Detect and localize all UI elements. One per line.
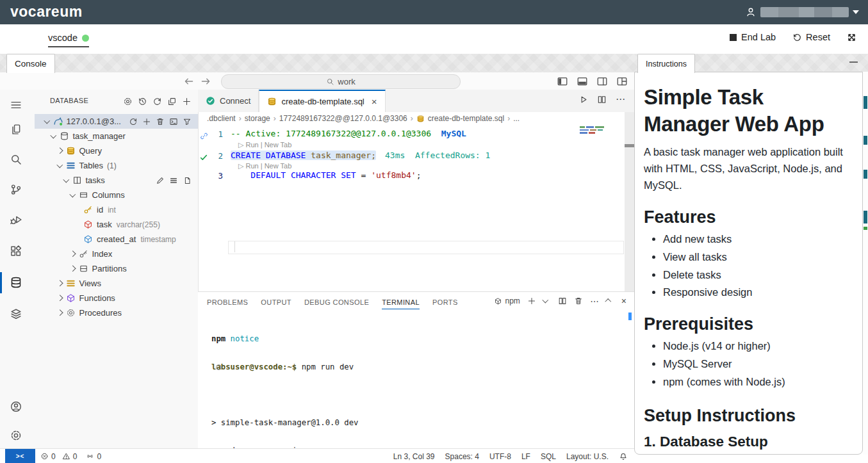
keyboard-layout-status[interactable]: Layout: U.S. [566,452,609,461]
notifications-button[interactable] [619,451,628,461]
breadcrumb-item[interactable]: 1772489167322@@127.0.0.1@3306 [279,114,407,123]
customize-layout-button[interactable] [616,75,628,87]
breadcrumb-item[interactable]: storage [245,114,270,123]
maximize-panel-button[interactable] [605,299,611,305]
close-panel-button[interactable]: × [621,296,626,306]
tree-item-column-id[interactable]: id int [35,202,198,217]
more-actions-button[interactable]: ⋯ [616,93,625,105]
split-terminal-button[interactable] [558,296,567,306]
tree-item-tables[interactable]: Tables (1) [35,158,198,173]
tree-item-procedures[interactable]: Procedures [35,305,198,320]
toggle-secondary-sidebar-button[interactable] [596,75,608,87]
toggle-sidebar-button[interactable] [557,75,568,87]
connection-refresh-button[interactable] [129,117,138,127]
terminal-scrollbar-handle[interactable] [628,313,632,320]
layers-extension-button[interactable] [10,307,22,320]
table-rows-button[interactable] [169,175,178,186]
explorer-button[interactable] [10,123,22,136]
connection-filter-button[interactable] [183,117,192,127]
split-editor-button[interactable] [597,93,607,105]
accounts-button[interactable] [10,400,22,413]
reset-button[interactable]: Reset [792,32,830,42]
tab-terminal[interactable]: TERMINAL [382,298,420,309]
terminal-output[interactable]: npm notice labsuser@vscode:~$ npm run de… [211,316,557,463]
panel-more-button[interactable]: ⋯ [590,296,599,306]
table-newquery-button[interactable] [183,175,192,186]
run-debug-button[interactable] [10,213,22,226]
db-add-connection-button[interactable] [182,95,192,107]
console-tab[interactable]: Console [6,54,55,73]
editor-scrollbar-handle[interactable] [625,144,634,147]
source-control-button[interactable] [10,183,22,196]
code-line-2[interactable]: CREATE DATABASE task_manager;43ms Affect… [231,150,490,160]
tree-item-index[interactable]: Index [35,247,198,261]
tab-output[interactable]: OUTPUT [261,298,291,306]
instructions-tab[interactable]: Instructions [637,54,695,73]
connect-tab[interactable]: Connect [198,90,259,112]
db-history-button[interactable] [138,95,147,107]
tree-item-connection[interactable]: 127.0.0.1@3... [35,114,198,129]
problems-status[interactable]: 0 0 [40,452,77,461]
search-view-button[interactable] [10,153,22,166]
extensions-button[interactable] [10,245,22,257]
tree-item-column-created-at[interactable]: created_at timestamp [35,232,198,247]
navigate-back-button[interactable] [183,75,195,87]
language-status[interactable]: SQL [541,452,556,461]
prerequisites-list: Node.js (v14 or higher) MySQL Server npm… [644,338,852,389]
tree-item-views[interactable]: Views [35,276,198,291]
instructions-scrollbar[interactable] [863,72,868,455]
file-tab-create-db-template[interactable]: create-db-template.sql × [259,90,385,112]
terminal-profile-dropdown[interactable] [542,296,548,302]
tab-ports[interactable]: PORTS [432,298,458,306]
tree-item-functions[interactable]: Functions [35,291,198,305]
fullscreen-button[interactable] [847,33,856,42]
navigate-forward-button[interactable] [200,75,211,87]
kill-terminal-button[interactable] [574,296,583,306]
db-settings-button[interactable] [123,95,133,107]
run-file-button[interactable] [578,93,588,105]
settings-button[interactable] [10,429,22,442]
breadcrumb-item[interactable]: ... [513,114,520,123]
command-search-box[interactable]: work [221,74,461,89]
tree-item-label: Functions [79,293,115,303]
toggle-panel-button[interactable] [577,75,588,87]
tree-item-columns[interactable]: Columns [35,188,198,202]
encoding-status[interactable]: UTF-8 [489,452,511,461]
ports-status[interactable]: 0 [86,452,101,461]
db-refresh-button[interactable] [152,95,162,107]
tree-item-task-manager-db[interactable]: task_manager [35,129,198,143]
eol-status[interactable]: LF [521,452,530,461]
tab-problems[interactable]: PROBLEMS [207,298,248,306]
connection-add-button[interactable] [142,117,151,127]
tree-item-query[interactable]: Query [35,143,198,158]
connection-link-gutter-icon[interactable] [200,130,208,142]
end-lab-button[interactable]: End Lab [730,32,776,42]
tree-item-tasks-table[interactable]: tasks [35,173,198,188]
connection-delete-button[interactable] [156,117,165,127]
breadcrumb-item[interactable]: .dbclient [207,114,236,123]
connection-terminal-button[interactable] [169,117,178,127]
database-view-button[interactable] [10,276,22,289]
workspace-tab-vscode[interactable]: vscode [48,33,89,47]
new-terminal-button[interactable] [527,296,536,306]
minimap[interactable] [580,126,607,135]
shell-profile[interactable]: npm [494,296,520,305]
remote-indicator[interactable]: >< [5,449,35,463]
codelens-run[interactable]: ▷ Run | New Tab [238,162,291,170]
db-collapse-button[interactable] [167,95,177,107]
code-line-1[interactable]: -- Active: 1772489167322@@127.0.0.1@3306… [231,129,466,138]
table-edit-button[interactable] [156,175,165,186]
tab-debug-console[interactable]: DEBUG CONSOLE [304,298,369,306]
menu-button[interactable] [10,99,22,111]
minimize-instructions-button[interactable] [849,61,858,63]
cursor-position-status[interactable]: Ln 3, Col 39 [393,452,435,461]
breadcrumb-item[interactable]: create-db-template.sql [428,114,504,123]
tree-item-column-task[interactable]: task varchar(255) [35,217,198,232]
close-icon[interactable]: × [372,96,377,107]
indentation-status[interactable]: Spaces: 4 [445,452,479,461]
database-cylinder-icon [60,131,69,141]
user-menu[interactable] [745,6,859,18]
codelens-run[interactable]: ▷ Run | New Tab [238,141,291,149]
tree-item-partitions[interactable]: Partitions [35,261,198,276]
code-line-3[interactable]: DEFAULT CHARACTER SET = 'utf8mb4'; [231,170,421,180]
